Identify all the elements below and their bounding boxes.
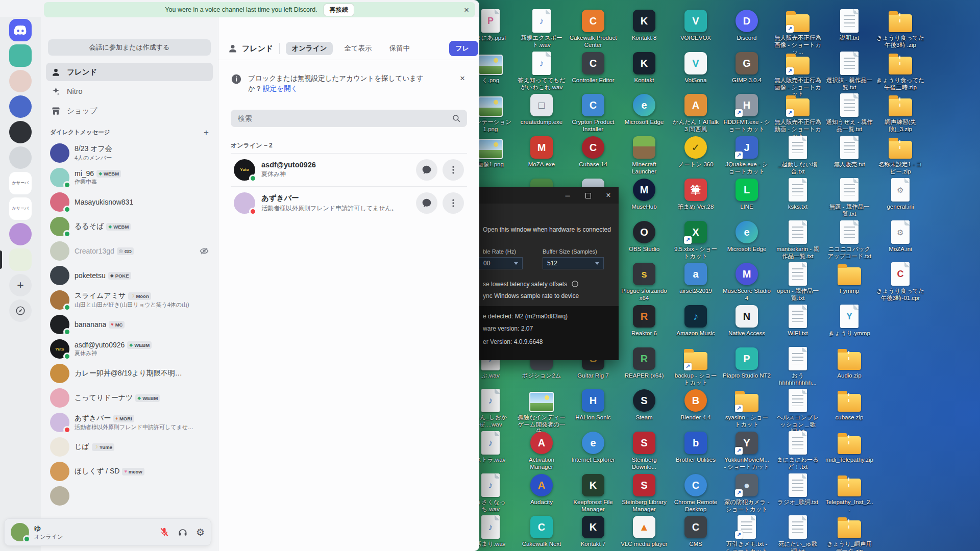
desktop-icon[interactable]: ↗無人販売不正行為画像 - ショートカット (773, 51, 822, 98)
dm-list-item[interactable]: Masayukisnow831 (46, 190, 213, 214)
dm-list-item[interactable]: あずきバー♦MORI活動者様以外原則フレンド申請許可してません。 (46, 410, 213, 435)
desktop-icon[interactable]: CCakewalk Next (517, 515, 566, 548)
user-avatar[interactable] (11, 523, 29, 541)
desktop-icon[interactable]: 無人販売.txt (825, 135, 874, 168)
low-latency-checkbox-label[interactable]: se lowest latency safety offsets (483, 281, 567, 288)
desktop-icon[interactable]: きょうり食ってた午後3時 .zip (876, 9, 925, 48)
desktop-icon[interactable]: SSteinberg Library Manager (620, 473, 669, 513)
close-button[interactable]: × (598, 187, 619, 204)
desktop-icon[interactable]: ♪Amazon Music (671, 304, 720, 337)
dm-list-item[interactable]: bananana♥MC (46, 312, 213, 337)
desktop-icon[interactable]: PPiapro Studio NT2 (722, 346, 771, 380)
tab-pending[interactable]: 保留中 (384, 42, 416, 55)
server-icon-server-7[interactable]: かサーバ (0, 197, 41, 220)
search-input[interactable] (237, 114, 452, 123)
desktop-icon[interactable]: NNative Access (722, 304, 771, 337)
desktop-icon[interactable]: 通知うぜえ - 親作品一覧.txt (825, 93, 874, 133)
desktop-icon[interactable]: OOBS Studio (620, 220, 669, 253)
dm-list-item[interactable]: るるそば◆WEBM (46, 214, 213, 239)
desktop-icon[interactable]: H↗HDDFMT.exe - ショートカット (722, 93, 771, 133)
open-settings-link[interactable]: 設定を開く (263, 85, 298, 92)
desktop-icon[interactable]: sPlogue sforzando x64 (620, 262, 669, 302)
friend-row[interactable]: Yuto asdf@yuto0926 夏休み神 (231, 153, 467, 186)
desktop-icon[interactable]: きょうり食ってた午後三時.zip (876, 51, 925, 91)
desktop-icon[interactable]: ksks.txt (773, 178, 822, 211)
desktop-icon[interactable]: AAudacity (517, 473, 566, 506)
desktop-icon[interactable]: _起動しない場合.txt (773, 135, 822, 175)
desktop-icon[interactable]: Aかんたん！AITalk 3 関西風 (671, 93, 720, 133)
desktop-icon[interactable]: CController Editor (569, 51, 618, 84)
desktop-icon[interactable]: SSteam (620, 388, 669, 421)
dm-list-item[interactable]: ほしくず / SD♥meow (46, 459, 213, 484)
dm-list-item[interactable]: Yuto asdf@yuto0926◆WEBM夏休み神 (46, 337, 213, 361)
desktop-icon[interactable]: J↗JQuake.exe - ショートカット (722, 135, 771, 175)
desktop-icon[interactable]: MMuseScore Studio 4 (722, 262, 771, 302)
sample-rate-select[interactable]: 00 (479, 257, 523, 269)
dm-list-item[interactable]: じば☽Yume (46, 435, 213, 459)
desktop-icon[interactable]: 調声練習(失敗)_3.zip (876, 93, 925, 133)
message-button[interactable] (416, 192, 437, 214)
desktop-icon[interactable]: Minecraft Launcher (620, 135, 669, 175)
desktop-icon[interactable]: VVoiSona (671, 51, 720, 84)
minimize-button[interactable]: ─ (557, 187, 578, 204)
sync-sample-rate-checkbox-label[interactable]: ync Windows sample rate to device (483, 292, 579, 299)
desktop-icon[interactable]: CChrome Remote Desktop (671, 473, 720, 513)
server-icon-server-9[interactable] (0, 248, 41, 271)
desktop-icon[interactable]: CCakewalk Product Center (569, 9, 618, 48)
dm-list-item[interactable]: こってりドーナツ◆WEBM (46, 386, 213, 410)
desktop-icon[interactable]: ●↗家の防犯カメラ - ショートカット (722, 473, 771, 513)
desktop-icon[interactable]: ♪答え知っててもだがいわこれ.wav (517, 51, 566, 91)
desktop-icon[interactable]: BBlender 4.4 (671, 388, 720, 421)
notice-close-icon[interactable]: × (460, 73, 465, 84)
server-icon-server-8[interactable] (0, 223, 41, 245)
desktop-icon[interactable]: manisekarin - 親作品一覧.txt (773, 220, 822, 260)
desktop-icon[interactable]: 名称未設定1 - コピー.zip (876, 135, 925, 175)
desktop-icon[interactable]: eInternet Explorer (569, 431, 618, 464)
desktop-icon[interactable]: ヘルスコンプレッション＿歌詞.txt (773, 388, 822, 435)
desktop-icon[interactable]: midi_Telepathy.zip (825, 431, 874, 464)
desktop-icon[interactable]: ↗syasinn - ショートカット (722, 388, 771, 428)
settings-gear-icon[interactable]: ⚙ (196, 528, 205, 537)
desktop-icon[interactable]: SSteinberg Downlo... (620, 431, 669, 470)
desktop-icon[interactable]: RREAPER (x64) (620, 346, 669, 380)
desktop-icon[interactable]: RReaktor 6 (620, 304, 669, 337)
maximize-button[interactable] (578, 187, 598, 204)
open-on-connect-checkbox-label[interactable]: Open this window when hardware is connec… (483, 226, 611, 233)
friend-row[interactable]: あずきバー 活動者様以外原則フレンド申請許可してません。 (231, 186, 467, 219)
desktop-icon[interactable]: 死にたい_ゅ歌詞.txt (773, 515, 822, 551)
dm-list-item[interactable]: poketetsu◆POKE (46, 263, 213, 288)
desktop-icon[interactable]: KKontakt (620, 51, 669, 84)
desktop-icon[interactable]: CCrypton Product Installer (569, 93, 618, 133)
desktop-icon[interactable]: DDiscord (722, 9, 771, 42)
desktop-icon[interactable]: 筆筆まめ Ver.28 (671, 178, 720, 211)
desktop-icon[interactable]: HHALion Sonic (569, 388, 618, 421)
desktop-icon[interactable]: X↗9.5.xlsx - ショートカット (671, 220, 720, 260)
desktop-icon[interactable]: eMicrosoft Edge (722, 220, 771, 253)
tab-all[interactable]: 全て表示 (339, 42, 378, 55)
desktop-icon[interactable]: ⚙MoZA.ini (876, 220, 925, 253)
server-icon-server-6[interactable]: かサーバ (0, 172, 41, 194)
desktop-icon[interactable]: ↗無人販売不正行為画像 - ショートカッ... (773, 9, 822, 56)
desktop-icon[interactable]: MMoZA.exe (517, 135, 566, 168)
server-icon-server-3[interactable] (0, 95, 41, 118)
server-icon-server-2[interactable] (0, 70, 41, 92)
add-friend-button[interactable]: フレ (449, 41, 478, 56)
desktop-icon[interactable]: 孤独なインディーゲーム開発者の一生... (517, 388, 566, 435)
create-dm-icon[interactable]: + (204, 128, 209, 137)
join-create-conversation-button[interactable]: 会話に参加または作成する (48, 39, 211, 56)
desktop-icon[interactable]: ✓ノートン 360 (671, 135, 720, 168)
server-icon-explore[interactable] (0, 299, 41, 322)
desktop-icon[interactable]: AActivation Manager (517, 431, 566, 470)
server-icon-server-4[interactable] (0, 121, 41, 143)
desktop-icon[interactable]: KKeepforest File Manager (569, 473, 618, 513)
desktop-icon[interactable]: ↗万引きメモ.txt - ショートカット (722, 515, 771, 551)
desktop-icon[interactable]: CCMS (671, 515, 720, 548)
desktop-icon[interactable]: 説明.txt (825, 9, 874, 42)
dm-list-item[interactable]: カレー卯丼@8/19より期限不明活動... (46, 361, 213, 386)
message-button[interactable] (416, 159, 437, 181)
sidebar-item-nitro[interactable]: Nitro (46, 82, 213, 101)
banner-close-icon[interactable]: × (464, 6, 469, 14)
sidebar-item-friends[interactable]: フレンド (46, 63, 213, 81)
desktop-icon[interactable]: Yきょうり.ymmp (825, 304, 874, 337)
desktop-icon[interactable]: KKontakt 7 (569, 515, 618, 548)
